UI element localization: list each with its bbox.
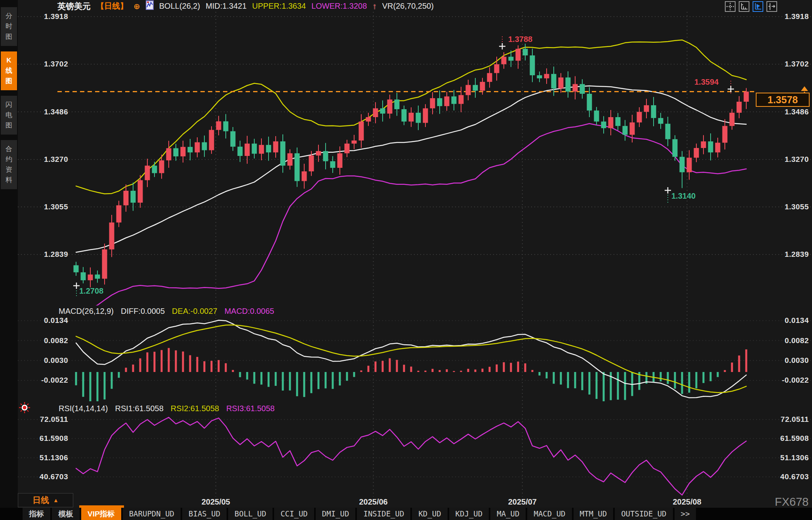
- tab-指标[interactable]: 指标: [23, 508, 50, 520]
- tab-模板[interactable]: 模板: [52, 508, 80, 520]
- chart-toolbar: [725, 1, 777, 12]
- sidebar-item-分时图[interactable]: 分 时 图: [1, 7, 17, 46]
- macd-title: MACD(26,12,9): [59, 307, 114, 316]
- symbol-title: 英镑美元: [57, 1, 91, 12]
- price-tick-label: 1.3702: [761, 60, 809, 68]
- tab-bias-ud[interactable]: BIAS_UD: [182, 508, 227, 520]
- add-compare-icon[interactable]: ⊕: [133, 2, 140, 11]
- rsi-tick-label: 51.1306: [761, 454, 809, 462]
- macd-tick-label: 0.0134: [21, 316, 68, 325]
- macd-tick-label: 0.0082: [761, 336, 809, 345]
- chart-canvas[interactable]: [0, 0, 812, 520]
- rsi3-value: RSI3:61.5058: [226, 404, 274, 413]
- price-tick-label: 1.3270: [761, 155, 809, 164]
- rsi-tick-label: 61.5908: [21, 434, 68, 443]
- boll-label: BOLL(26,2): [159, 2, 200, 11]
- rsi-tick-label: 40.6703: [21, 473, 68, 481]
- triangle-up-icon: ▲: [53, 497, 59, 503]
- macd-tick-label: 0.0082: [21, 336, 68, 345]
- period-tag[interactable]: 【日线】: [96, 1, 128, 11]
- boll-mid-value: MID:1.3421: [206, 2, 246, 11]
- watermark: FX678: [775, 495, 808, 509]
- macd-tick-label: -0.0022: [761, 376, 809, 385]
- price-tick-label: 1.3702: [21, 60, 68, 68]
- chart-header: 英镑美元 【日线】 ⊕ BOLL(26,2) MID:1.3421 UPPER:…: [57, 0, 434, 12]
- axis-scale-icon[interactable]: [739, 1, 749, 12]
- tab--[interactable]: >>: [675, 508, 696, 520]
- tab-cci-ud[interactable]: CCI_UD: [274, 508, 314, 520]
- sidebar-item-闪电图[interactable]: 闪 电 图: [1, 96, 17, 135]
- price-tick-label: 1.3270: [21, 155, 68, 164]
- swing-high-price-label: 1.3594: [694, 78, 719, 87]
- tab-vip指标[interactable]: VIP指标: [81, 508, 121, 520]
- x-axis-label: 2025/06: [359, 497, 387, 507]
- price-tick-label: 1.3486: [761, 108, 809, 116]
- tab-mtm-ud[interactable]: MTM_UD: [574, 508, 614, 520]
- price-tick-label: 1.3055: [21, 203, 68, 211]
- axis-shift-icon[interactable]: [766, 1, 777, 12]
- price-tick-label: 1.3055: [761, 203, 809, 211]
- swing-low-price-label: 1.3140: [671, 192, 696, 201]
- last-price-box: 1.3578: [756, 93, 810, 107]
- tab-inside-ud[interactable]: INSIDE_UD: [357, 508, 410, 520]
- tab-outside-ud[interactable]: OUTSIDE_UD: [615, 508, 673, 520]
- rsi1-value: RSI1:61.5058: [115, 404, 164, 413]
- axis-play-icon[interactable]: [753, 1, 763, 12]
- macd-tick-label: 0.0134: [761, 316, 809, 325]
- indicator-tabbar: 指标模板VIP指标BARUPDN_UDBIAS_UDBOLL_UDCCI_UDD…: [0, 508, 812, 520]
- rsi-tick-label: 61.5908: [761, 434, 809, 443]
- boll-upper-value: UPPER:1.3634: [252, 2, 306, 11]
- price-tick-label: 1.2839: [21, 250, 68, 259]
- macd-dea-value: DEA:-0.0027: [172, 307, 217, 316]
- tab-barupdn-ud[interactable]: BARUPDN_UD: [123, 508, 181, 520]
- live-burst-icon: [18, 401, 31, 416]
- sidebar-item-K线图[interactable]: K 线 图: [1, 51, 17, 90]
- sidebar-item-合约资料[interactable]: 合 约 资 料: [1, 140, 17, 189]
- rsi2-value: RSI2:61.5058: [171, 404, 219, 413]
- mini-chart-icon: [146, 0, 154, 12]
- up-arrow-icon: ↑: [372, 2, 377, 11]
- macd-diff-value: DIFF:0.0005: [121, 307, 165, 316]
- period-selector[interactable]: 日线 ▲: [18, 493, 73, 507]
- tab-kd-ud[interactable]: KD_UD: [412, 508, 447, 520]
- rsi-panel-header: RSI(14,14,14) RSI1:61.5058 RSI2:61.5058 …: [59, 404, 275, 413]
- rsi-tick-label: 40.6703: [761, 473, 809, 481]
- vr-label: VR(26,70,250): [382, 2, 434, 11]
- price-tick-label: 1.2839: [761, 250, 809, 259]
- rsi-tick-label: 72.0511: [21, 415, 68, 424]
- macd-tick-label: 0.0030: [21, 356, 68, 365]
- high-price-label: 1.3788: [508, 35, 532, 44]
- macd-tick-label: -0.0022: [21, 376, 68, 385]
- boll-lower-value: LOWER:1.3208: [311, 2, 367, 11]
- rsi-tick-label: 51.1306: [21, 454, 68, 462]
- tab-kdj-ud[interactable]: KDJ_UD: [449, 508, 489, 520]
- macd-tick-label: 0.0030: [761, 356, 809, 365]
- trading-app: 分 时 图K 线 图闪 电 图合 约 资 料 英镑美元 【日线】 ⊕ BOLL(…: [0, 0, 812, 520]
- tab-dmi-ud[interactable]: DMI_UD: [316, 508, 356, 520]
- pan-crosshair-icon[interactable]: [725, 1, 736, 12]
- price-tick-label: 1.3486: [21, 108, 68, 116]
- rsi-title: RSI(14,14,14): [59, 404, 108, 413]
- x-axis-label: 2025/08: [673, 497, 701, 507]
- x-axis-label: 2025/07: [508, 497, 537, 507]
- tab-ma-ud[interactable]: MA_UD: [490, 508, 526, 520]
- macd-panel-header: MACD(26,12,9) DIFF:0.0005 DEA:-0.0027 MA…: [59, 307, 274, 316]
- period-label: 日线: [32, 495, 49, 506]
- macd-value: MACD:0.0065: [225, 307, 274, 316]
- price-tick-label: 1.3918: [21, 12, 68, 21]
- tab-boll-ud[interactable]: BOLL_UD: [228, 508, 273, 520]
- chart-type-sidebar: 分 时 图K 线 图闪 电 图合 约 资 料: [0, 0, 18, 508]
- low-price-label: 1.2708: [79, 287, 103, 296]
- tab-macd-ud[interactable]: MACD_UD: [527, 508, 572, 520]
- rsi-tick-label: 72.0511: [761, 415, 809, 424]
- price-tick-label: 1.3918: [761, 12, 809, 21]
- x-axis-label: 2025/05: [202, 497, 230, 507]
